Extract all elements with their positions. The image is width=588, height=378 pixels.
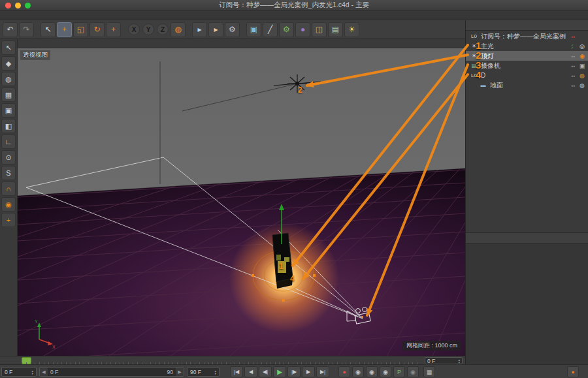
visibility-toggle-icon[interactable]: ●● (571, 35, 576, 38)
playback-button-icon: |◀ (234, 369, 239, 375)
convert-tool[interactable]: ↖ (1, 40, 16, 55)
toolbar-button-icon: ◫ (316, 25, 323, 34)
object-label[interactable]: 订阅号：种梦——全局光案例 (481, 32, 566, 41)
record-keyframe-button[interactable]: ● (338, 366, 350, 377)
toolbar-button[interactable] (187, 22, 191, 37)
toolbar-button-icon: ↶ (7, 25, 13, 34)
object-row[interactable]: ▤ 摄像机 ●● ▣ (466, 61, 588, 71)
object-label[interactable]: 摄像机 (481, 61, 500, 71)
goto-start-button[interactable]: |◀ (230, 366, 243, 377)
toolbar-button[interactable] (122, 22, 126, 37)
visibility-toggle-icon[interactable]: ●● (571, 55, 576, 57)
texture-mode[interactable]: ◍ (1, 72, 16, 86)
object-row[interactable]: L0 D ●● ◍ (466, 71, 588, 80)
z-axis-lock[interactable]: Z (157, 24, 169, 35)
add-deformer-button[interactable]: ● (295, 22, 310, 37)
object-tag-icon[interactable]: ◉ (578, 53, 586, 59)
prev-frame-button[interactable]: ◀ (244, 366, 257, 377)
render-sphere-button[interactable]: ● (567, 366, 579, 377)
record-scale-button[interactable]: ◉ (366, 366, 378, 377)
undo-button[interactable]: ↶ (3, 22, 18, 37)
playback-button-icon: ▶| (320, 369, 325, 375)
toolbar-button[interactable] (241, 22, 245, 37)
current-frame-field[interactable]: 0 F ▴▾ (425, 357, 463, 364)
tweak-mode[interactable]: ⊙ (1, 150, 16, 165)
spinner-icons[interactable]: ▴▾ (31, 370, 33, 375)
render-picture-viewer-button[interactable]: ▸ (208, 22, 223, 37)
record-pla-button[interactable]: ◉ (407, 366, 419, 377)
object-row[interactable]: L0 订阅号：种梦——全局光案例 ●● (466, 31, 588, 41)
polygons-mode[interactable]: ∟ (1, 134, 16, 149)
object-row[interactable]: ☀ 主光 ✓✓ ◎ (466, 41, 588, 51)
snap-mode[interactable]: S (1, 166, 16, 180)
points-mode[interactable]: ▣ (1, 103, 16, 118)
object-row[interactable]: ▬ 地面 ●● ◍ (466, 80, 588, 90)
render-settings-button[interactable]: ⚙ (225, 22, 240, 37)
viewport-scene[interactable]: Y X 透视视图 网格间距 : 1000 cm (18, 48, 465, 356)
add-spline-button[interactable]: ╱ (263, 22, 278, 37)
goto-end-button[interactable]: ▶| (316, 366, 329, 377)
visibility-toggle-icon[interactable]: ●● (571, 74, 576, 77)
lock-workplane[interactable]: ◉ (1, 197, 16, 212)
palette-button-icon: ▦ (5, 91, 12, 99)
record-position-button[interactable]: ◉ (352, 366, 364, 377)
palette-button-icon: ∟ (5, 138, 12, 146)
redo-button[interactable]: ↷ (19, 22, 34, 37)
range-right-arrow-icon[interactable]: ▶ (176, 368, 184, 376)
toolbar-button-icon: ☀ (348, 25, 355, 34)
prev-key-button[interactable]: ◀| (259, 366, 272, 377)
visibility-toggle-icon[interactable]: ✓✓ (571, 44, 576, 49)
add-scene-button[interactable]: ◫ (312, 22, 327, 37)
axis-modify-mode[interactable]: + (1, 213, 16, 227)
playback-button-icon: ◀ (249, 369, 253, 375)
toolbar-button[interactable] (35, 22, 39, 37)
add-generator-button[interactable]: ⚙ (279, 22, 294, 37)
add-light-button[interactable]: ☀ (344, 22, 359, 37)
timeline-ruler[interactable]: 0 F ▴▾ (0, 356, 465, 364)
live-selection-tool[interactable]: ↖ (41, 22, 56, 37)
workplane-mode[interactable]: ▦ (1, 87, 16, 102)
play-button[interactable]: ▶ (273, 366, 286, 377)
object-tag-icon[interactable]: ◍ (578, 72, 586, 79)
next-frame-button[interactable]: ▶ (302, 366, 315, 377)
visibility-toggle-icon[interactable]: ●● (571, 65, 576, 67)
end-frame-field[interactable]: 90 F ▴▾ (187, 367, 220, 377)
toolbar-button-icon: ◱ (77, 25, 84, 34)
scene-render[interactable]: Y X (18, 48, 465, 356)
object-tag-icon[interactable]: ◍ (578, 82, 586, 89)
last-tool[interactable]: + (106, 22, 121, 37)
coordinate-system-toggle[interactable]: ◍ (171, 22, 186, 37)
visibility-toggle-icon[interactable]: ●● (571, 84, 576, 87)
range-left-arrow-icon[interactable]: ◀ (40, 368, 48, 376)
edges-mode[interactable]: ◧ (1, 119, 16, 133)
x-axis-lock[interactable]: X (128, 24, 140, 35)
move-tool[interactable]: + (57, 22, 72, 37)
scale-tool[interactable]: ◱ (73, 22, 88, 37)
magnet-snap[interactable]: ∩ (1, 181, 16, 196)
record-parameter-button[interactable]: P (393, 366, 405, 377)
add-camera-button[interactable]: ▤ (328, 22, 343, 37)
view-label[interactable]: 透视视图 (20, 50, 50, 60)
spinner-icons[interactable]: ▴▾ (214, 370, 216, 375)
add-primitive-button[interactable]: ▣ (246, 22, 261, 37)
model-mode[interactable]: ◆ (1, 56, 16, 71)
start-frame-field[interactable]: 0 F ▴▾ (1, 367, 37, 377)
title-bar: 订阅号：种梦——全局光案例_内发光1.c4d - 主要 (0, 0, 588, 11)
palette-button-icon: ▣ (5, 106, 12, 115)
object-tag-icon[interactable]: ◎ (578, 43, 586, 50)
rotate-tool[interactable]: ↻ (90, 22, 105, 37)
object-row[interactable]: ☀ 顶灯 ●● ◉ (466, 51, 588, 61)
record-rotation-button[interactable]: ◉ (380, 366, 391, 377)
frame-range-slider[interactable]: ◀ 0 F 90 ▶ (39, 367, 184, 377)
object-label[interactable]: D (481, 72, 485, 79)
next-key-button[interactable]: |▶ (287, 366, 301, 377)
render-view-button[interactable]: ▸ (192, 22, 207, 37)
object-label[interactable]: 主光 (481, 42, 494, 51)
object-label[interactable]: 地面 (490, 81, 503, 90)
record-button-icon: ● (342, 369, 346, 375)
spinner-icons[interactable]: ▴▾ (458, 358, 460, 364)
object-tag-icon[interactable]: ▣ (578, 63, 586, 69)
y-axis-lock[interactable]: Y (142, 24, 154, 35)
object-label[interactable]: 顶灯 (481, 52, 494, 61)
keyframe-selection-button[interactable]: ▦ (423, 366, 435, 377)
